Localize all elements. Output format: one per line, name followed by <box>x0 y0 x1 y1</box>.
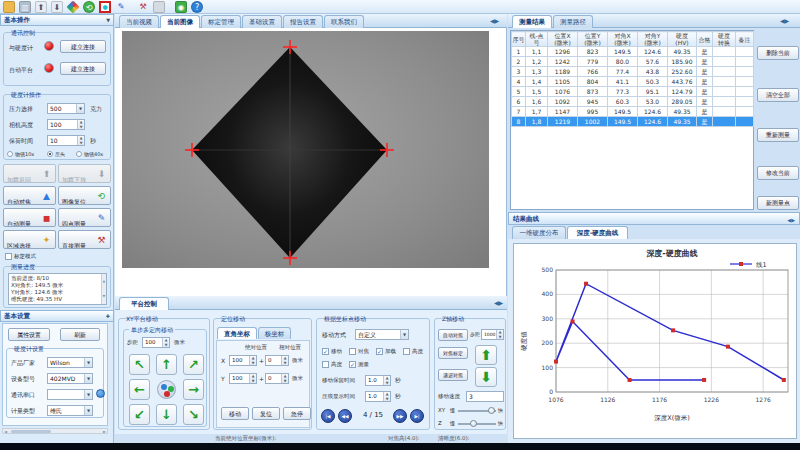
y-rel-stepper-spinner[interactable]: ▲▼ <box>281 374 288 383</box>
tab-center-3[interactable]: 基础设置 <box>242 15 282 28</box>
move-center-button[interactable] <box>157 380 176 399</box>
camera-image[interactable] <box>122 31 489 268</box>
z-step-stepper-spinner[interactable]: ▲▼ <box>496 330 503 339</box>
auto-focus-button[interactable]: 自动对焦▲ <box>3 186 56 205</box>
move-right-button[interactable]: → <box>183 379 204 400</box>
step-stepper-spinner[interactable]: ▲▼ <box>162 338 169 347</box>
indenter-radio[interactable]: 压头 <box>47 150 73 159</box>
hold-time-stepper[interactable]: 10▲▼ <box>47 135 85 146</box>
path-check1-3[interactable]: 高度 <box>403 347 430 356</box>
four-point-measure-button[interactable]: 四点测量✎ <box>58 208 111 227</box>
settings-field-select-1-arrow[interactable]: ▼ <box>84 374 92 383</box>
tab-center-4[interactable]: 报告设置 <box>283 15 323 28</box>
tab-curve-0[interactable]: 一维硬度分布 <box>512 226 566 239</box>
z-down-button[interactable]: ⬇ <box>475 367 497 387</box>
collapse-icon[interactable]: ▼ <box>106 15 110 26</box>
table-row[interactable]: 41,4110580441.150.3443.76是 <box>512 77 754 87</box>
next-point-button[interactable]: ▶▶ <box>393 409 407 423</box>
tab-right-1[interactable]: 测量路径 <box>553 15 593 28</box>
move-nw-button[interactable]: ↖ <box>129 354 150 375</box>
settings-field-select-2-arrow[interactable]: ▼ <box>84 390 92 399</box>
scroll-right-arrow[interactable]: ► <box>103 429 106 434</box>
path-check1-1[interactable]: 对焦 <box>349 347 376 356</box>
delete-current-button[interactable]: 删除当前 <box>757 46 799 60</box>
pencil-icon[interactable]: ✎ <box>115 1 127 13</box>
pin-icon[interactable]: ✚ <box>106 311 110 322</box>
table-row[interactable]: 61,6109294560.353.0289.05是 <box>512 97 754 107</box>
settings-field-select-3[interactable]: 维氏▼ <box>47 405 93 416</box>
open-folder-icon[interactable] <box>3 1 15 13</box>
camera-height-stepper-spinner[interactable]: ▲▼ <box>77 120 84 129</box>
pressure-select[interactable]: 500▼ <box>47 103 85 114</box>
connect-button-0[interactable]: 建立连接 <box>60 40 106 53</box>
move-mode-select-arrow[interactable]: ▼ <box>400 330 408 339</box>
reset-button[interactable]: 复位 <box>252 407 280 420</box>
move-ne-button[interactable]: ↗ <box>183 354 204 375</box>
settings-field-select-0[interactable]: Wilson▼ <box>47 357 93 368</box>
dwell-stepper[interactable]: 1.0▲▼ <box>365 375 391 386</box>
tab-center-2[interactable]: 标定管理 <box>201 15 241 28</box>
platform-scroll-arrows[interactable]: ◀▶ <box>494 299 506 308</box>
tab-curve-1[interactable]: 深度-硬度曲线 <box>567 226 628 239</box>
indent-time-stepper-spinner[interactable]: ▲▼ <box>383 392 390 401</box>
connect-button-1[interactable]: 建立连接 <box>60 62 106 75</box>
serial-refresh-icon[interactable] <box>96 389 105 398</box>
table-row[interactable]: 71,71147995149.5124.649.35是 <box>512 107 754 117</box>
scroll-thumb[interactable] <box>11 430 51 433</box>
inactive-icon[interactable] <box>153 1 165 13</box>
scroll-left-arrow[interactable]: ◄ <box>4 429 7 434</box>
objective-40x-radio[interactable]: 物镜40x <box>76 150 102 159</box>
table-row[interactable]: 31,3118976677.443.8252.60是 <box>512 67 754 77</box>
save-icon[interactable]: ▥ <box>19 1 31 13</box>
path-check2-1[interactable]: ✓测量 <box>349 360 376 369</box>
hold-time-stepper-spinner[interactable]: ▲▼ <box>77 136 84 145</box>
tab-coord-0[interactable]: 直角坐标 <box>217 327 257 339</box>
refresh-button[interactable]: 刷新 <box>60 328 100 341</box>
tab-coord-1[interactable]: 极坐标 <box>258 327 291 339</box>
indent-time-stepper[interactable]: 1.0▲▼ <box>365 391 391 402</box>
move-sw-button[interactable]: ↙ <box>129 404 150 425</box>
tab-right-0[interactable]: 测量结果 <box>512 15 552 28</box>
image-reset-button[interactable]: 图像复位⟲ <box>58 186 111 205</box>
settings-field-select-1[interactable]: 402MVD▼ <box>47 373 93 384</box>
load-lower-button[interactable]: 加载下放⬇ <box>58 164 111 183</box>
z-autofocus-button[interactable]: 自动对焦 <box>438 329 468 341</box>
modify-current-button[interactable]: 修改当前 <box>757 166 799 180</box>
reset-icon[interactable]: ⟲ <box>83 1 95 13</box>
path-check1-2[interactable]: ✓加载 <box>376 347 403 356</box>
tab-center-5[interactable]: 联系我们 <box>324 15 364 28</box>
remeasure-button[interactable]: 重新测量 <box>757 128 799 142</box>
load-up-icon[interactable]: ⬆ <box>35 1 47 13</box>
property-settings-button[interactable]: 属性设置 <box>8 328 50 341</box>
estop-button[interactable]: 急停 <box>283 407 311 420</box>
y-abs-stepper-spinner[interactable]: ▲▼ <box>249 374 256 383</box>
first-point-button[interactable]: |◀ <box>321 409 335 423</box>
pressure-select-arrow[interactable]: ▼ <box>76 104 84 113</box>
tab-center-0[interactable]: 当前视频 <box>119 15 159 28</box>
new-point-button[interactable]: 新测量点 <box>757 196 799 210</box>
table-row[interactable]: 11,11296823149.5124.649.35是 <box>512 47 754 57</box>
x-rel-stepper[interactable]: 0▲▼ <box>265 355 289 366</box>
move-down-button[interactable]: ↓ <box>156 404 177 425</box>
path-check1-0[interactable]: ✓移动 <box>322 347 349 356</box>
x-abs-stepper-spinner[interactable]: ▲▼ <box>249 356 256 365</box>
xy-slider-track[interactable] <box>458 410 496 412</box>
clear-all-button[interactable]: 清空全部 <box>757 88 799 102</box>
y-abs-stepper[interactable]: 100▲▼ <box>229 373 257 384</box>
step-stepper[interactable]: 100▲▼ <box>142 337 170 348</box>
prev-point-button[interactable]: ◀◀ <box>338 409 352 423</box>
move-mode-select[interactable]: 自定义▼ <box>355 329 409 340</box>
load-return-button[interactable]: 加载返回⬆ <box>3 164 56 183</box>
table-row[interactable]: 21,2124277980.057.6185.90是 <box>512 57 754 67</box>
tab-scroll-arrows-right[interactable]: ◀▶ <box>780 17 794 26</box>
last-point-button[interactable]: ▶| <box>410 409 424 423</box>
help-icon[interactable]: ? <box>191 1 203 13</box>
curves-scroll-arrows[interactable]: ◀▶ <box>787 215 795 226</box>
camera-icon[interactable]: ◉ <box>175 1 187 13</box>
tab-platform-control[interactable]: 平台控制 <box>119 297 169 310</box>
table-row[interactable]: 81,812191002149.5124.649.35是 <box>512 117 754 127</box>
settings-field-select-0-arrow[interactable]: ▼ <box>84 358 92 367</box>
focus-calib-button[interactable]: 对焦标定 <box>438 347 468 359</box>
tab-scroll-arrows[interactable]: ◀▶ <box>490 17 504 26</box>
z-up-button[interactable]: ⬆ <box>475 345 497 365</box>
